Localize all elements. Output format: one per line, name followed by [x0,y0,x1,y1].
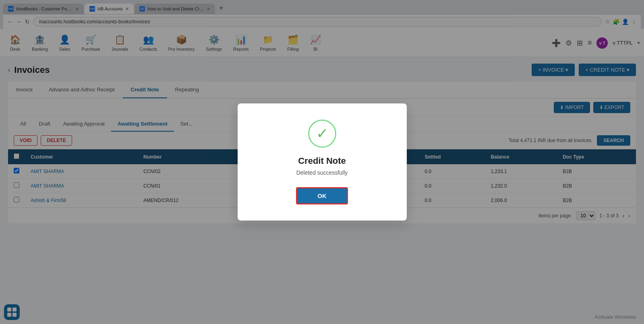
modal-subtitle: Deleted successfully [258,169,387,176]
modal-title: Credit Note [258,156,387,166]
modal-success-icon: ✓ [308,120,336,148]
checkmark-icon: ✓ [316,125,328,142]
modal-ok-button[interactable]: OK [296,187,348,204]
modal-box: ✓ Credit Note Deleted successfully OK [238,103,407,221]
modal-overlay: ✓ Credit Note Deleted successfully OK [0,0,644,324]
